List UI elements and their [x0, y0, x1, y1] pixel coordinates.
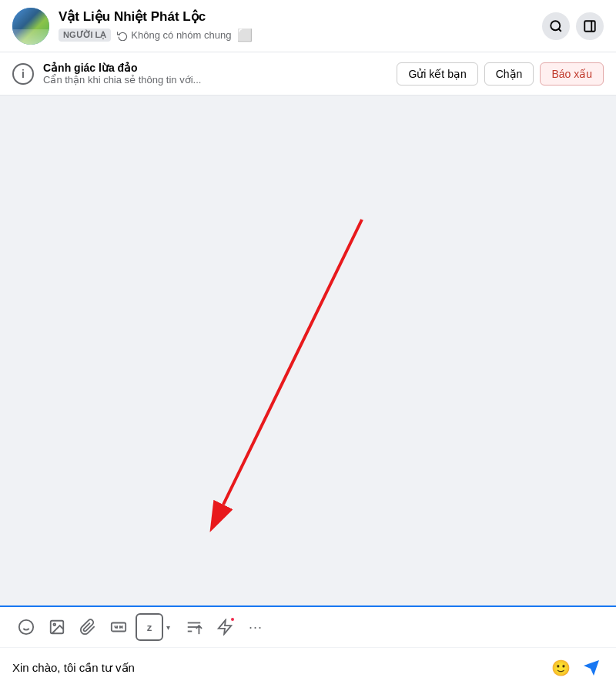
gif-icon — [110, 619, 127, 636]
photo-icon — [49, 619, 65, 636]
warning-bar: i Cảnh giác lừa đảo Cẩn thận khi chia sẻ… — [0, 52, 616, 96]
header-meta: NGƯỜI LẠ Không có nhóm chung ⬜ — [59, 28, 253, 42]
header-info: Vật Liệu Nhiệt Phát Lộc NGƯỜI LẠ Không c… — [59, 9, 253, 42]
refresh-icon — [117, 30, 128, 41]
stranger-badge: NGƯỜI LẠ — [59, 29, 111, 42]
send-button[interactable] — [579, 656, 604, 680]
gif-bordered-button[interactable]: z — [136, 613, 163, 641]
input-right: 🙂 — [548, 656, 604, 680]
svg-point-6 — [19, 620, 33, 634]
lightning-button[interactable] — [211, 613, 239, 641]
svg-rect-2 — [584, 21, 595, 32]
attachment-icon — [79, 619, 96, 636]
message-toolbar: z ▾ ··· — [0, 605, 616, 647]
warning-text: Cảnh giác lừa đảo Cẩn thận khi chia sẻ t… — [43, 62, 387, 86]
warning-title: Cảnh giác lừa đảo — [43, 62, 387, 74]
svg-point-10 — [53, 623, 55, 626]
annotation-arrow — [0, 96, 616, 605]
dropdown-button[interactable]: ▾ — [160, 613, 177, 641]
avatar[interactable] — [12, 8, 49, 45]
message-input[interactable] — [12, 662, 541, 675]
panel-button[interactable] — [576, 12, 604, 40]
lightning-badge — [229, 616, 236, 622]
warning-icon: i — [12, 63, 34, 85]
search-icon — [549, 19, 563, 33]
input-area: 🙂 — [0, 647, 616, 691]
emoji-icon: 🙂 — [551, 659, 571, 677]
gif-with-dropdown: z ▾ — [136, 613, 177, 641]
block-button[interactable]: Chặn — [484, 62, 534, 86]
photo-button[interactable] — [43, 613, 71, 641]
more-button[interactable]: ··· — [242, 613, 270, 641]
gif-label: z — [147, 622, 152, 633]
text-format-icon — [186, 619, 203, 636]
svg-rect-11 — [112, 623, 126, 632]
more-icon: ··· — [249, 619, 263, 636]
panel-icon — [583, 19, 597, 33]
contact-name: Vật Liệu Nhiệt Phát Lộc — [59, 9, 253, 25]
svg-marker-18 — [219, 620, 232, 634]
svg-line-1 — [558, 29, 561, 31]
tag-icon: ⬜ — [237, 28, 253, 42]
svg-point-0 — [551, 21, 560, 30]
chat-area — [0, 96, 616, 605]
emoji-sticker-button[interactable] — [12, 613, 40, 641]
emoji-sticker-icon — [18, 619, 35, 636]
warning-actions: Gửi kết bạn Chặn Báo xấu — [397, 62, 604, 86]
no-common-group-text: Không có nhóm chung — [131, 29, 231, 41]
chevron-down-icon: ▾ — [166, 623, 170, 632]
search-button[interactable] — [542, 12, 570, 40]
add-friend-button[interactable]: Gửi kết bạn — [397, 62, 477, 86]
separator: Không có nhóm chung — [117, 29, 231, 41]
text-format-button[interactable] — [180, 613, 208, 641]
gif-button[interactable] — [105, 613, 132, 641]
report-button[interactable]: Báo xấu — [540, 62, 604, 86]
header-left: Vật Liệu Nhiệt Phát Lộc NGƯỜI LẠ Không c… — [12, 8, 253, 45]
header-right — [542, 12, 604, 40]
chat-header: Vật Liệu Nhiệt Phát Lộc NGƯỜI LẠ Không c… — [0, 0, 616, 52]
emoji-button[interactable]: 🙂 — [548, 656, 573, 680]
attachment-button[interactable] — [74, 613, 102, 641]
warning-subtitle: Cẩn thận khi chia sẻ thông tin với... — [43, 74, 387, 86]
send-icon — [582, 659, 601, 677]
svg-line-5 — [223, 220, 362, 505]
